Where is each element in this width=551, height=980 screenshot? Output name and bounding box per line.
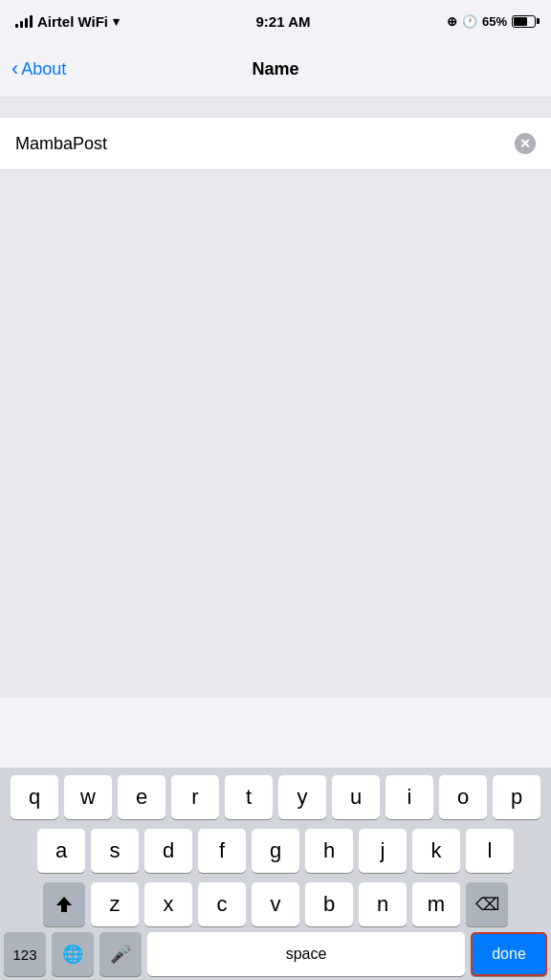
key-s[interactable]: s <box>91 829 139 873</box>
clear-icon: ✕ <box>519 137 531 150</box>
page-title: Name <box>252 59 298 79</box>
wifi-icon: ▾ <box>113 14 120 29</box>
key-k[interactable]: k <box>412 829 460 873</box>
key-q[interactable]: q <box>11 775 58 819</box>
input-section: ✕ <box>0 117 551 170</box>
clear-button[interactable]: ✕ <box>515 133 536 154</box>
status-time: 9:21 AM <box>256 13 311 30</box>
key-h[interactable]: h <box>305 829 353 873</box>
key-g[interactable]: g <box>252 829 299 873</box>
done-key[interactable]: done <box>471 932 547 976</box>
key-b[interactable]: b <box>305 882 353 926</box>
key-e[interactable]: e <box>118 775 165 819</box>
numbers-key[interactable]: 123 <box>4 932 46 976</box>
key-v[interactable]: v <box>252 882 299 926</box>
name-input[interactable] <box>15 121 507 167</box>
battery-fill <box>514 17 527 26</box>
key-i[interactable]: i <box>386 775 433 819</box>
back-button[interactable]: ‹ About <box>11 57 66 81</box>
key-r[interactable]: r <box>171 775 219 819</box>
content-area <box>0 170 551 698</box>
key-t[interactable]: t <box>225 775 273 819</box>
key-c[interactable]: c <box>198 882 246 926</box>
battery-percent: 65% <box>482 14 507 29</box>
status-bar: Airtel WiFi ▾ 9:21 AM ⊕ 🕐 65% <box>0 0 551 42</box>
alarm-icon: ⊕ <box>447 14 457 29</box>
keyboard: q w e r t y u i o p a s d f g h j k l z … <box>0 768 551 980</box>
key-z[interactable]: z <box>91 882 139 926</box>
key-x[interactable]: x <box>144 882 192 926</box>
microphone-icon: 🎤 <box>110 944 131 965</box>
shift-key[interactable] <box>43 882 85 926</box>
delete-key[interactable]: ⌫ <box>466 882 508 926</box>
microphone-key[interactable]: 🎤 <box>99 932 142 976</box>
key-m[interactable]: m <box>412 882 460 926</box>
key-u[interactable]: u <box>332 775 380 819</box>
globe-key[interactable]: 🌐 <box>52 932 94 976</box>
keyboard-row-4: 123 🌐 🎤 space done <box>4 932 547 976</box>
key-a[interactable]: a <box>37 829 85 873</box>
globe-icon: 🌐 <box>62 944 83 965</box>
key-o[interactable]: o <box>439 775 487 819</box>
key-p[interactable]: p <box>493 775 540 819</box>
nav-bar: ‹ About Name <box>0 42 551 98</box>
back-label: About <box>21 59 66 79</box>
key-l[interactable]: l <box>466 829 514 873</box>
keyboard-row-3: z x c v b n m ⌫ <box>4 882 547 926</box>
shift-icon <box>55 895 74 914</box>
space-key[interactable]: space <box>147 932 465 976</box>
battery-icon <box>512 15 536 28</box>
back-chevron-icon: ‹ <box>11 56 18 81</box>
key-y[interactable]: y <box>278 775 326 819</box>
keyboard-row-1: q w e r t y u i o p <box>4 775 547 819</box>
status-right: ⊕ 🕐 65% <box>447 14 536 29</box>
top-separator <box>0 98 551 117</box>
delete-icon: ⌫ <box>475 894 499 915</box>
clock-icon: 🕐 <box>462 14 477 29</box>
keyboard-row-2: a s d f g h j k l <box>4 829 547 873</box>
key-d[interactable]: d <box>144 829 192 873</box>
key-f[interactable]: f <box>198 829 246 873</box>
key-w[interactable]: w <box>64 775 112 819</box>
carrier-label: Airtel WiFi <box>37 13 108 30</box>
key-n[interactable]: n <box>359 882 407 926</box>
key-j[interactable]: j <box>359 829 407 873</box>
signal-icon <box>15 14 33 28</box>
status-left: Airtel WiFi ▾ <box>15 13 120 30</box>
